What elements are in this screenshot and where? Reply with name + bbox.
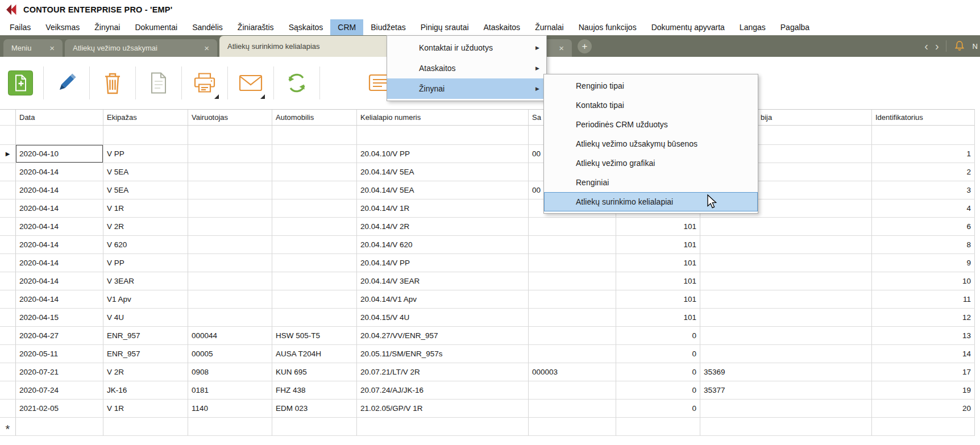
grid-cell[interactable]: 8 <box>872 236 975 254</box>
grid-cell[interactable]: 2 <box>872 163 975 181</box>
filter-cell[interactable] <box>16 126 103 145</box>
grid-cell[interactable]: V PP <box>103 145 188 163</box>
column-header-data[interactable]: Data <box>16 110 103 126</box>
grid-cell[interactable] <box>700 236 872 254</box>
grid-cell[interactable]: FHZ 438 <box>272 381 357 400</box>
menu-item-pinigų-srautai[interactable]: Pinigų srautai <box>413 19 476 35</box>
grid-cell[interactable] <box>272 418 357 436</box>
grid-cell[interactable] <box>188 163 272 181</box>
grid-cell[interactable]: 20.04.14/V 5EA <box>357 163 529 181</box>
grid-cell[interactable]: 1 <box>872 145 975 163</box>
grid-cell[interactable]: 10 <box>872 272 975 290</box>
grid-cell[interactable]: 2020-04-10 <box>16 145 103 163</box>
filter-cell[interactable] <box>103 126 188 145</box>
grid-cell[interactable]: V 1R <box>103 199 188 218</box>
menu-item-sąskaitos[interactable]: Sąskaitos <box>281 19 331 35</box>
grid-cell[interactable]: 19 <box>872 381 975 400</box>
row-marker-cell[interactable] <box>0 218 16 236</box>
grid-cell[interactable]: 20.04.14/V 3EAR <box>357 272 529 290</box>
grid-cell[interactable] <box>700 309 872 327</box>
grid-cell[interactable] <box>272 145 357 163</box>
grid-cell[interactable]: ENR_957 <box>103 327 188 345</box>
grid-cell[interactable]: 2020-07-21 <box>16 363 103 381</box>
grid-cell[interactable] <box>188 418 272 436</box>
menu-item-žiniaraštis[interactable]: Žiniaraštis <box>230 19 281 35</box>
grid-cell[interactable]: 101 <box>616 290 700 309</box>
grid-cell[interactable]: 2020-04-14 <box>16 272 103 290</box>
grid-cell[interactable]: 2020-05-11 <box>16 345 103 363</box>
grid-cell[interactable]: 2020-04-14 <box>16 236 103 254</box>
grid-cell[interactable]: 6 <box>872 218 975 236</box>
grid-cell[interactable] <box>529 254 616 272</box>
nav-next-button[interactable]: › <box>935 40 939 52</box>
filter-cell[interactable] <box>188 126 272 145</box>
row-marker-cell[interactable] <box>0 199 16 218</box>
grid-cell[interactable]: 20.04.15/V 4U <box>357 309 529 327</box>
column-header-ekipažas[interactable]: Ekipažas <box>103 110 188 126</box>
menu-item-biudžetas[interactable]: Biudžetas <box>363 19 413 35</box>
menu-item-veiksmas[interactable]: Veiksmas <box>38 19 87 35</box>
column-header-automobilis[interactable]: Automobilis <box>272 110 357 126</box>
grid-cell[interactable]: 0181 <box>188 381 272 400</box>
menu-item-žinynai[interactable]: Žinynai▶ <box>387 78 546 99</box>
grid-cell[interactable]: 0 <box>616 381 700 400</box>
grid-cell[interactable] <box>700 345 872 363</box>
grid-cell[interactable]: 000044 <box>188 327 272 345</box>
filter-cell[interactable] <box>272 126 357 145</box>
submenu-item-kontakto-tipai[interactable]: Kontakto tipai <box>544 95 758 115</box>
grid-cell[interactable] <box>272 181 357 199</box>
grid-cell[interactable] <box>188 199 272 218</box>
submenu-item-atliekų-vežimo-grafikai[interactable]: Atliekų vežimo grafikai <box>544 153 758 173</box>
grid-cell[interactable]: 20.04.14/V PP <box>357 254 529 272</box>
filter-cell[interactable] <box>357 126 529 145</box>
grid-cell[interactable] <box>188 218 272 236</box>
grid-cell[interactable]: 20 <box>872 400 975 418</box>
grid-cell[interactable]: 2020-04-14 <box>16 290 103 309</box>
grid-cell[interactable] <box>357 418 529 436</box>
grid-cell[interactable] <box>272 163 357 181</box>
add-tab-button[interactable]: + <box>578 39 592 53</box>
row-marker-cell[interactable] <box>0 309 16 327</box>
menu-item-dokumentų-apyvarta[interactable]: Dokumentų apyvarta <box>644 19 732 35</box>
grid-cell[interactable] <box>529 309 616 327</box>
copy-button[interactable] <box>144 66 173 100</box>
row-marker-cell[interactable] <box>0 163 16 181</box>
menu-item-žinynai[interactable]: Žinynai <box>87 19 127 35</box>
grid-cell[interactable]: EDM 023 <box>272 400 357 418</box>
grid-cell[interactable]: V 5EA <box>103 163 188 181</box>
grid-cell[interactable]: 2020-04-14 <box>16 163 103 181</box>
menu-item-crm[interactable]: CRM <box>330 19 363 35</box>
menu-item-pagalba[interactable]: Pagalba <box>773 19 817 35</box>
grid-cell[interactable]: 20.07.21/LT/V 2R <box>357 363 529 381</box>
grid-cell[interactable]: 2020-04-27 <box>16 327 103 345</box>
grid-cell[interactable] <box>272 236 357 254</box>
grid-cell[interactable]: 20.04.14/V 5EA <box>357 181 529 199</box>
row-marker-cell[interactable] <box>0 181 16 199</box>
notifications-bell-icon[interactable] <box>953 40 966 52</box>
new-row-marker-cell[interactable]: * <box>0 418 16 436</box>
grid-cell[interactable]: 000003 <box>529 363 616 381</box>
email-button[interactable] <box>236 66 265 100</box>
row-marker-cell[interactable] <box>0 290 16 309</box>
grid-cell[interactable]: 2021-02-05 <box>16 400 103 418</box>
tab-close-icon[interactable]: × <box>559 44 564 52</box>
tab-atliekų-surinkimo-kelialapias[interactable]: Atliekų surinkimo kelialapias× <box>219 36 399 57</box>
grid-cell[interactable] <box>529 290 616 309</box>
menu-item-kontaktai-ir-užduotys[interactable]: Kontaktai ir užduotys▶ <box>387 38 546 58</box>
grid-cell[interactable]: 00005 <box>188 345 272 363</box>
grid-cell[interactable]: ENR_957 <box>103 345 188 363</box>
grid-cell[interactable]: JK-16 <box>103 381 188 400</box>
grid-cell[interactable]: KUN 695 <box>272 363 357 381</box>
grid-cell[interactable] <box>272 272 357 290</box>
column-header-vairuotojas[interactable]: Vairuotojas <box>188 110 272 126</box>
menu-item-žurnalai[interactable]: Žurnalai <box>528 19 571 35</box>
grid-cell[interactable]: 0 <box>616 327 700 345</box>
grid-cell[interactable] <box>188 145 272 163</box>
grid-cell[interactable] <box>188 290 272 309</box>
grid-cell[interactable]: 20.04.14/V 1R <box>357 199 529 218</box>
row-marker-cell[interactable] <box>0 381 16 400</box>
grid-cell[interactable]: V 620 <box>103 236 188 254</box>
grid-cell[interactable] <box>700 418 872 436</box>
grid-corner-cell[interactable] <box>0 110 16 126</box>
grid-cell[interactable] <box>188 181 272 199</box>
